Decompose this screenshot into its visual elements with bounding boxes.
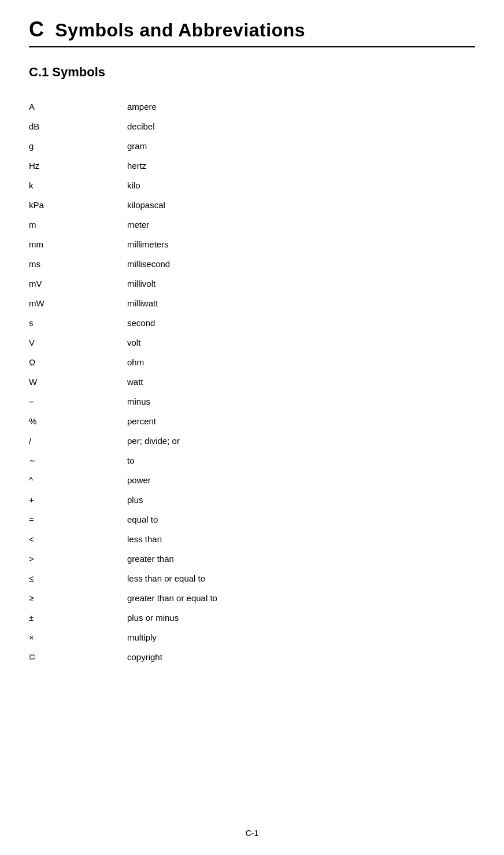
table-row: Wwatt [29,372,475,392]
symbol-cell: A [29,97,127,117]
symbol-cell: dB [29,117,127,136]
definition-cell: equal to [127,510,475,530]
table-row: mVmillivolt [29,274,475,294]
definition-cell: milliwatt [127,294,475,313]
symbol-cell: < [29,530,127,549]
definition-cell: multiply [127,628,475,647]
table-row: ≥greater than or equal to [29,588,475,608]
table-row: msmillisecond [29,254,475,274]
table-row: %percent [29,412,475,431]
symbol-cell: mm [29,235,127,254]
page-footer: C-1 [0,828,504,838]
symbol-cell: kPa [29,195,127,215]
table-row: kPakilopascal [29,195,475,215]
table-row: Hzhertz [29,156,475,176]
table-row: ∼to [29,451,475,471]
table-row: /per; divide; or [29,431,475,451]
symbols-table-body: AamperedBdecibelggramHzhertzkkilokPakilo… [29,97,475,667]
definition-cell: gram [127,136,475,156]
table-row: −minus [29,392,475,412]
definition-cell: kilo [127,176,475,195]
definition-cell: less than [127,530,475,549]
symbol-cell: V [29,333,127,353]
definition-cell: hertz [127,156,475,176]
chapter-title-text: Symbols and Abbreviations [55,20,305,40]
chapter-title: C Symbols and Abbreviations [29,17,475,42]
table-row: mWmilliwatt [29,294,475,313]
table-row: ssecond [29,313,475,333]
definition-cell: greater than [127,549,475,569]
definition-cell: meter [127,215,475,235]
definition-cell: millisecond [127,254,475,274]
symbols-table: AamperedBdecibelggramHzhertzkkilokPakilo… [29,97,475,667]
symbol-cell: ms [29,254,127,274]
definition-cell: to [127,451,475,471]
symbol-cell: + [29,490,127,510]
page-number: C-1 [246,828,259,838]
table-row: ×multiply [29,628,475,647]
definition-cell: volt [127,333,475,353]
symbol-cell: mV [29,274,127,294]
header-rule [29,46,475,47]
table-row: dBdecibel [29,117,475,136]
symbol-cell: s [29,313,127,333]
symbol-cell: ≥ [29,588,127,608]
symbol-cell: / [29,431,127,451]
definition-cell: kilopascal [127,195,475,215]
table-row: mmmillimeters [29,235,475,254]
chapter-letter: C [29,17,45,41]
definition-cell: ohm [127,353,475,372]
definition-cell: second [127,313,475,333]
definition-cell: per; divide; or [127,431,475,451]
section-title: C.1 Symbols [29,65,475,80]
symbol-cell: ± [29,608,127,628]
table-row: ≤less than or equal to [29,569,475,588]
page-container: C Symbols and Abbreviations C.1 Symbols … [0,0,504,855]
symbol-cell: ^ [29,471,127,490]
table-row: mmeter [29,215,475,235]
definition-cell: millimeters [127,235,475,254]
definition-cell: percent [127,412,475,431]
table-row: ©copyright [29,647,475,667]
symbol-cell: Ω [29,353,127,372]
symbol-cell: Hz [29,156,127,176]
definition-cell: plus [127,490,475,510]
symbol-cell: − [29,392,127,412]
symbol-cell: % [29,412,127,431]
symbol-cell: × [29,628,127,647]
table-row: Aampere [29,97,475,117]
definition-cell: millivolt [127,274,475,294]
definition-cell: watt [127,372,475,392]
definition-cell: plus or minus [127,608,475,628]
table-row: ±plus or minus [29,608,475,628]
definition-cell: copyright [127,647,475,667]
table-row: +plus [29,490,475,510]
table-row: ggram [29,136,475,156]
symbol-cell: = [29,510,127,530]
symbol-cell: g [29,136,127,156]
symbol-cell: ≤ [29,569,127,588]
table-row: <less than [29,530,475,549]
definition-cell: less than or equal to [127,569,475,588]
table-row: >greater than [29,549,475,569]
definition-cell: ampere [127,97,475,117]
symbol-cell: m [29,215,127,235]
table-row: Vvolt [29,333,475,353]
table-row: Ωohm [29,353,475,372]
symbol-cell: W [29,372,127,392]
definition-cell: minus [127,392,475,412]
table-row: =equal to [29,510,475,530]
symbol-cell: ∼ [29,451,127,471]
table-row: kkilo [29,176,475,195]
symbol-cell: > [29,549,127,569]
table-row: ^power [29,471,475,490]
symbol-cell: © [29,647,127,667]
definition-cell: greater than or equal to [127,588,475,608]
symbol-cell: k [29,176,127,195]
definition-cell: power [127,471,475,490]
definition-cell: decibel [127,117,475,136]
chapter-header: C Symbols and Abbreviations [29,17,475,47]
symbol-cell: mW [29,294,127,313]
